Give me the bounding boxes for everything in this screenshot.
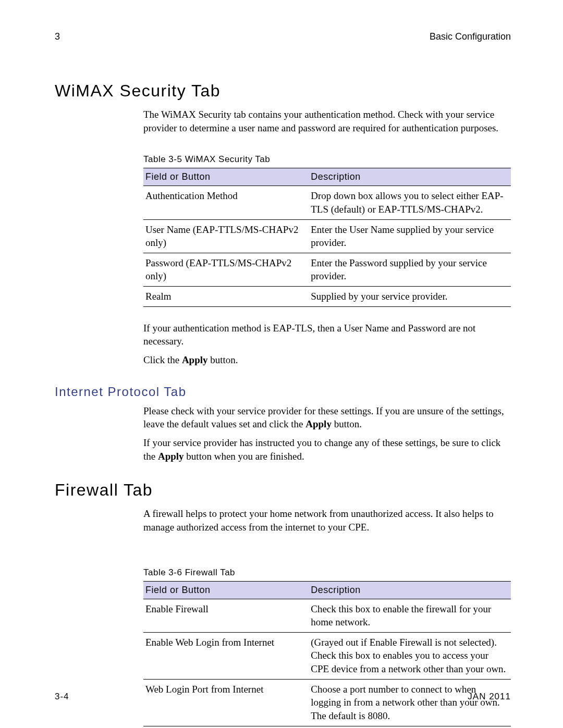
- wimax-after-1: If your authentication method is EAP-TLS…: [143, 322, 511, 348]
- footer-date: JAN 2011: [468, 692, 511, 702]
- cell-field: Realm: [143, 287, 309, 307]
- ip-paragraph-1: Please check with your service provider …: [143, 404, 511, 431]
- cell-desc: Enter the Password supplied by your serv…: [309, 253, 511, 286]
- wimax-intro: The WiMAX Security tab contains your aut…: [143, 108, 511, 134]
- cell-field: Authentication Method: [143, 186, 309, 219]
- table-row: Authentication Method Drop down box allo…: [143, 186, 511, 219]
- table-row: Password (EAP-TTLS/MS-CHAPv2 only) Enter…: [143, 253, 511, 286]
- col-header-description: Description: [309, 168, 511, 186]
- cell-desc: Enter the User Name supplied by your ser…: [309, 219, 511, 253]
- page-content: WiMAX Security Tab The WiMAX Security ta…: [55, 81, 511, 726]
- table-row: Enable Web Login from Internet (Grayed o…: [143, 632, 511, 679]
- table-caption-wimax: Table 3-5 WiMAX Security Tab: [143, 154, 511, 165]
- table-row: Enable Firewall Check this box to enable…: [143, 599, 511, 632]
- cell-field: Password (EAP-TTLS/MS-CHAPv2 only): [143, 253, 309, 286]
- heading-wimax-security: WiMAX Security Tab: [55, 81, 511, 101]
- ip-paragraph-2: If your service provider has instructed …: [143, 436, 511, 463]
- chapter-number: 3: [55, 31, 60, 42]
- col-header-description: Description: [309, 581, 511, 599]
- cell-desc: Drop down box allows you to select eithe…: [309, 186, 511, 219]
- table-row: Web Login Port from Internet Choose a po…: [143, 679, 511, 726]
- heading-firewall: Firewall Tab: [55, 480, 511, 500]
- wimax-after-2: Click the Apply button.: [143, 353, 511, 367]
- firewall-intro: A firewall helps to protect your home ne…: [143, 507, 511, 534]
- cell-field: Web Login Port from Internet: [143, 679, 309, 726]
- table-row: User Name (EAP-TTLS/MS-CHAPv2 only) Ente…: [143, 219, 511, 253]
- heading-internet-protocol: Internet Protocol Tab: [55, 385, 511, 399]
- col-header-field: Field or Button: [143, 581, 309, 599]
- chapter-title: Basic Configuration: [430, 31, 511, 42]
- cell-desc: (Grayed out if Enable Firewall is not se…: [309, 632, 511, 679]
- page-number: 3-4: [55, 692, 69, 702]
- page-header: 3 Basic Configuration: [55, 31, 511, 42]
- cell-field: Enable Web Login from Internet: [143, 632, 309, 679]
- table-row: Realm Supplied by your service provider.: [143, 287, 511, 307]
- table-firewall: Field or Button Description Enable Firew…: [143, 581, 511, 726]
- cell-field: Enable Firewall: [143, 599, 309, 632]
- page-footer: 3-4 JAN 2011: [55, 692, 511, 702]
- cell-desc: Supplied by your service provider.: [309, 287, 511, 307]
- col-header-field: Field or Button: [143, 168, 309, 186]
- cell-desc: Choose a port number to connect to when …: [309, 679, 511, 726]
- table-caption-firewall: Table 3-6 Firewall Tab: [143, 567, 511, 578]
- table-wimax-security: Field or Button Description Authenticati…: [143, 168, 511, 306]
- cell-field: User Name (EAP-TTLS/MS-CHAPv2 only): [143, 219, 309, 253]
- cell-desc: Check this box to enable the firewall fo…: [309, 599, 511, 632]
